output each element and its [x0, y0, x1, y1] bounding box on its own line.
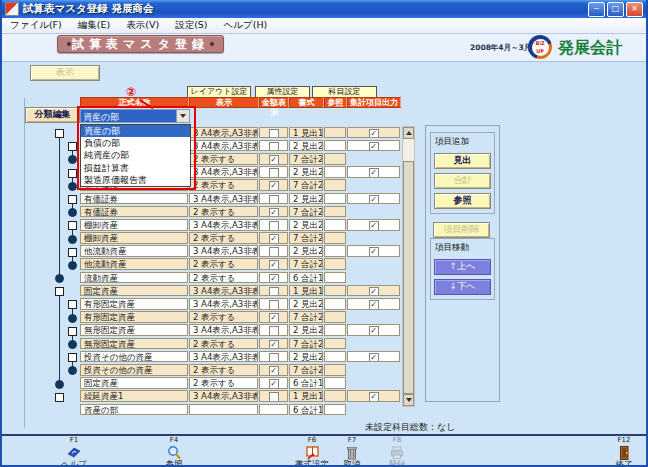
format-cell[interactable]: 7 合計2 — [289, 232, 323, 244]
output-checkbox[interactable]: ✓ — [369, 326, 379, 336]
display-cell[interactable]: 3 A4表示,A3非表示 — [189, 390, 258, 402]
move-down-button[interactable]: ↓下へ — [434, 279, 491, 295]
amount-checkbox[interactable]: ✓ — [269, 234, 279, 244]
format-cell[interactable]: 2 見出2 — [289, 324, 323, 336]
amount-checkbox[interactable] — [269, 326, 279, 336]
reference-cell[interactable] — [324, 377, 346, 389]
display-cell[interactable]: 3 A4表示,A3非表示 — [189, 324, 258, 336]
display-cell[interactable]: 3 A4表示,A3非表示 — [189, 285, 258, 297]
name-cell[interactable]: 有形固定資産 — [80, 311, 188, 323]
amount-checkbox[interactable]: ✓ — [269, 208, 279, 218]
name-cell[interactable]: 他流動資産 — [80, 245, 188, 257]
display-cell[interactable]: 2 表示する — [189, 311, 258, 323]
reference-cell[interactable] — [324, 166, 346, 178]
reference-cell[interactable] — [324, 140, 346, 152]
reference-cell[interactable] — [324, 219, 346, 231]
output-checkbox[interactable]: ✓ — [369, 287, 379, 297]
name-cell[interactable]: 投資その他の資産 — [80, 351, 188, 363]
item-delete-button[interactable]: 項目削除 — [433, 222, 490, 238]
format-cell[interactable]: 7 合計2 — [289, 258, 323, 270]
name-cell[interactable]: 固定資産 — [80, 377, 188, 389]
menu-item-0[interactable]: ファイル(F) — [10, 19, 62, 32]
amount-checkbox[interactable] — [269, 287, 279, 297]
reference-cell[interactable] — [324, 245, 346, 257]
display-cell[interactable]: 3 A4表示,A3非表示 — [189, 351, 258, 363]
format-cell[interactable]: 7 合計2 — [289, 364, 323, 376]
fkey-f4[interactable]: F4参照 — [152, 436, 196, 467]
reference-cell[interactable] — [324, 272, 346, 284]
amount-checkbox[interactable] — [269, 129, 279, 139]
display-cell[interactable]: 3 A4表示,A3非表示 — [189, 193, 258, 205]
name-cell[interactable]: 有価証券 — [80, 206, 188, 218]
name-cell[interactable]: 有価証券 — [80, 193, 188, 205]
name-cell[interactable]: 繰延資産1 — [80, 390, 188, 402]
menu-item-2[interactable]: 表示(V) — [126, 19, 159, 32]
reference-cell[interactable] — [324, 206, 346, 218]
fkey-f7[interactable]: F7取消 — [330, 436, 374, 467]
display-cell[interactable]: 3 A4表示,A3非表示 — [189, 298, 258, 310]
dropdown-option-1[interactable]: 負債の部 — [81, 137, 190, 149]
amount-checkbox[interactable] — [269, 353, 279, 363]
amount-checkbox[interactable] — [269, 168, 279, 178]
scroll-down-icon[interactable] — [403, 394, 414, 406]
display-cell[interactable]: 3 A4表示,A3非表示 — [189, 127, 258, 139]
output-checkbox[interactable]: ✓ — [369, 142, 379, 152]
add-reference-button[interactable]: 参照 — [434, 193, 491, 209]
name-cell[interactable]: 投資その他の資産 — [80, 364, 188, 376]
amount-checkbox[interactable] — [269, 392, 279, 402]
fkey-f6[interactable]: F6書式設定 — [290, 436, 334, 467]
dropdown-option-0[interactable]: 資産の部 — [81, 125, 190, 137]
amount-checkbox[interactable]: ✓ — [269, 379, 279, 389]
name-cell[interactable]: 棚卸資産 — [80, 232, 188, 244]
format-cell[interactable]: 2 見出2 — [289, 245, 323, 257]
amount-checkbox[interactable] — [269, 221, 279, 231]
output-checkbox[interactable]: ✓ — [369, 129, 379, 139]
menu-item-3[interactable]: 設定(S) — [175, 19, 207, 32]
name-cell[interactable]: 無形固定資産 — [80, 324, 188, 336]
format-cell[interactable]: 7 合計2 — [289, 338, 323, 350]
maximize-button[interactable]: □ — [607, 2, 624, 17]
output-checkbox[interactable]: ✓ — [369, 353, 379, 363]
reference-cell[interactable] — [324, 179, 346, 191]
display-cell[interactable]: 2 表示する — [189, 338, 258, 350]
format-cell[interactable]: 1 見出1 — [289, 285, 323, 297]
dropdown-option-2[interactable]: 純資産の部 — [81, 149, 190, 161]
move-up-button[interactable]: ↑上へ — [434, 259, 491, 275]
format-cell[interactable]: 2 見出2 — [289, 351, 323, 363]
reference-cell[interactable] — [324, 153, 346, 165]
category-dropdown[interactable]: 資産の部 — [80, 109, 190, 123]
add-total-button[interactable]: 合計 — [434, 173, 491, 189]
output-checkbox[interactable]: ✓ — [369, 221, 379, 231]
scrollbar-thumb[interactable] — [403, 161, 414, 394]
format-cell[interactable]: 6 合計1 — [289, 272, 323, 284]
amount-checkbox[interactable] — [269, 247, 279, 257]
display-cell[interactable]: 2 表示する — [189, 153, 258, 165]
reference-cell[interactable] — [324, 338, 346, 350]
amount-checkbox[interactable]: ✓ — [269, 181, 279, 191]
format-cell[interactable]: 2 見出2 — [289, 166, 323, 178]
amount-checkbox[interactable] — [269, 300, 279, 310]
scroll-up-icon[interactable] — [403, 127, 414, 139]
name-cell[interactable]: 無形固定資産 — [80, 338, 188, 350]
name-cell[interactable]: 流動資産 — [80, 272, 188, 284]
amount-checkbox[interactable] — [269, 195, 279, 205]
name-cell[interactable]: 有形固定資産 — [80, 298, 188, 310]
output-checkbox[interactable]: ✓ — [369, 247, 379, 257]
display-cell[interactable]: 2 表示する — [189, 272, 258, 284]
display-cell[interactable] — [189, 404, 258, 416]
reference-cell[interactable] — [324, 285, 346, 297]
display-cell[interactable]: 3 A4表示,A3非表示 — [189, 245, 258, 257]
reference-cell[interactable] — [324, 324, 346, 336]
format-cell[interactable]: 7 合計2 — [289, 179, 323, 191]
format-cell[interactable]: 2 見出2 — [289, 298, 323, 310]
display-cell[interactable]: 2 表示する — [189, 258, 258, 270]
reference-cell[interactable] — [324, 390, 346, 402]
name-cell[interactable]: 固定資産 — [80, 285, 188, 297]
display-cell[interactable]: 2 表示する — [189, 364, 258, 376]
reference-cell[interactable] — [324, 364, 346, 376]
output-checkbox[interactable]: ✓ — [369, 300, 379, 310]
reference-cell[interactable] — [324, 258, 346, 270]
chevron-down-icon[interactable] — [176, 110, 189, 122]
reference-cell[interactable] — [324, 298, 346, 310]
amount-checkbox[interactable]: ✓ — [269, 260, 279, 270]
